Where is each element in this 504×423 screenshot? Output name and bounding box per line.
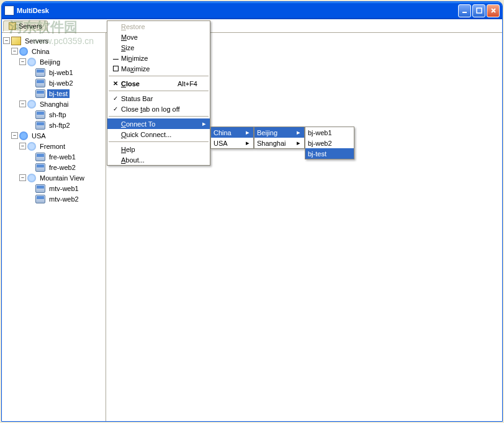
menu-separator [109,91,209,91]
expand-icon[interactable]: − [11,48,18,55]
city-icon [27,100,36,109]
titlebar[interactable]: MultiDesk [2,2,502,19]
region-icon [19,131,28,140]
tree-label: Shanghai [38,100,71,109]
tree-pane[interactable]: −Servers−China−Beijingbj-web1bj-web2bj-t… [2,33,106,421]
close-button[interactable] [487,4,500,17]
tree-label: fre-web2 [47,163,78,172]
city-icon [27,58,36,66]
tree-node[interactable]: −Beijing [3,56,104,67]
tree-label: China [30,47,52,56]
server-icon [35,110,45,119]
tree-label: USA [30,131,48,140]
tree-node[interactable]: bj-web2 [3,78,104,88]
server-icon [35,89,45,98]
tree-label: bj-web1 [47,68,75,77]
server-icon [35,184,45,193]
tree-node[interactable]: −Fremont [3,141,104,151]
submenu-item-shanghai[interactable]: Shanghai▸ [254,138,304,148]
expand-icon[interactable]: − [11,132,18,139]
expand-icon[interactable]: − [3,37,10,44]
menu-close[interactable]: CloseAlt+F4 [107,78,210,89]
folder-icon [9,22,16,30]
tree-label: fre-web1 [47,153,78,161]
tree-node[interactable]: bj-web1 [3,67,104,78]
svg-rect-0 [462,12,467,13]
app-window: MultiDesk 河东软件园 www.pc0359.cn Servers −S… [1,1,503,422]
tree-label: Servers [23,37,50,45]
tree-node[interactable]: fre-web2 [3,162,104,172]
submenu-item-usa[interactable]: USA▸ [211,138,253,148]
server-icon [35,163,45,172]
menu-maximize[interactable]: Maximize [107,63,210,74]
submenu-item-bjweb1[interactable]: bj-web1 [305,127,354,138]
menu-minimize[interactable]: Minimize [107,53,210,63]
tree-node[interactable]: sh-ftp2 [3,120,104,130]
submenu-servers: bj-web1 bj-web2 bj-test [305,127,354,159]
tree-node[interactable]: sh-ftp [3,109,104,120]
maximize-button[interactable] [472,4,485,17]
menu-separator [109,116,209,117]
tree-node[interactable]: −Shanghai [3,99,104,109]
menu-move[interactable]: Move [107,32,210,42]
tree-label: sh-ftp [47,110,68,119]
city-icon [27,174,36,182]
app-icon [4,6,14,16]
tree-label: mtv-web2 [47,195,81,203]
tree-node[interactable]: bj-test [3,88,104,99]
city-icon [27,142,36,151]
server-icon [35,153,45,161]
context-menu: Restore Move Size Minimize Maximize Clos… [107,20,210,166]
tree-label: sh-ftp2 [47,121,72,130]
server-icon [35,68,45,77]
window-title: MultiDesk [17,7,458,14]
tree-node[interactable]: −Mountain View [3,172,104,183]
tab-label: Servers [19,22,42,30]
submenu-item-beijing[interactable]: Beijing▸ [254,127,304,138]
menu-separator [109,76,209,76]
submenu-regions: China▸ USA▸ [210,127,254,149]
tree-label: Mountain View [38,174,86,182]
menu-closetab[interactable]: Close tab on log off [107,104,210,114]
server-icon [35,121,45,130]
server-icon [35,195,45,203]
tree-node[interactable]: fre-web1 [3,151,104,162]
region-icon [19,47,28,56]
tree-node[interactable]: −USA [3,130,104,141]
tab-bar: Servers [2,19,502,33]
tree-label: bj-test [47,89,70,98]
menu-size[interactable]: Size [107,42,210,53]
root-icon [11,37,21,45]
server-icon [35,79,45,87]
tree-label: Beijing [38,58,62,66]
tree-node[interactable]: mtv-web2 [3,194,104,204]
submenu-cities: Beijing▸ Shanghai▸ [254,127,305,149]
menu-help[interactable]: Help [107,144,210,154]
menu-about[interactable]: About... [107,154,210,165]
menu-separator [109,141,209,142]
tree-label: mtv-web1 [47,184,81,193]
submenu-item-bjtest[interactable]: bj-test [305,148,354,159]
submenu-item-china[interactable]: China▸ [211,127,253,138]
menu-quick-connect[interactable]: Quick Connect... [107,129,210,140]
expand-icon[interactable]: − [19,100,26,107]
svg-rect-1 [477,8,482,13]
expand-icon[interactable]: − [19,143,26,149]
submenu-item-bjweb2[interactable]: bj-web2 [305,138,354,148]
tab-servers[interactable]: Servers [3,20,48,32]
tree-node[interactable]: mtv-web1 [3,183,104,194]
menu-statusbar[interactable]: Status Bar [107,93,210,104]
tree-label: bj-web2 [47,79,75,87]
tree-node[interactable]: −Servers [3,35,104,46]
expand-icon[interactable]: − [19,174,26,181]
expand-icon[interactable]: − [19,58,26,65]
tree-label: Fremont [38,142,67,151]
minimize-button[interactable] [458,4,471,17]
menu-restore: Restore [107,21,210,32]
menu-connect-to[interactable]: Connect To▸ [107,118,210,129]
tree-node[interactable]: −China [3,46,104,56]
